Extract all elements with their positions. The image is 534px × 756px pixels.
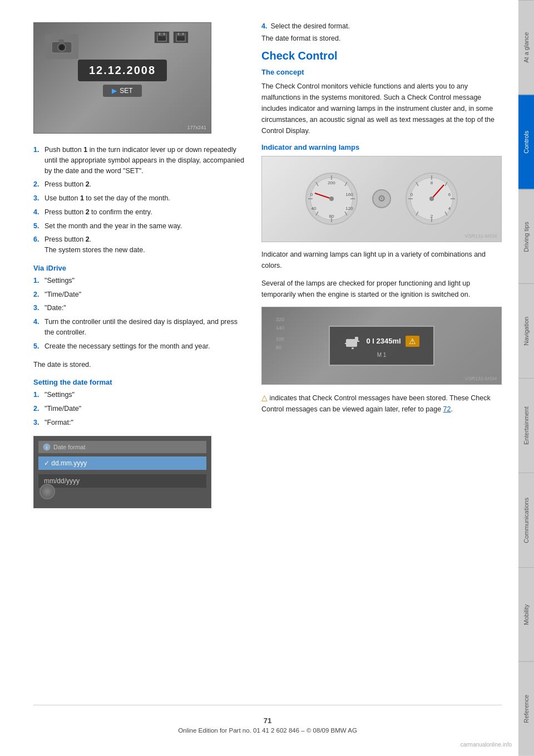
date-format-title: Date format — [53, 444, 85, 450]
idrive-step-3: 3. "Date:" — [33, 303, 245, 313]
warning-note-text: indicates that Check Control messages ha… — [261, 394, 491, 413]
svg-text:0: 0 — [411, 192, 413, 197]
svg-point-31 — [329, 197, 334, 201]
date-format-title-bar: i Date format — [38, 441, 206, 453]
right-column: 4. Select the desired format. The date f… — [261, 22, 502, 694]
date-format-screen: i Date format dd.mm.yyyy mm/dd/yyyy — [33, 436, 211, 508]
right-step-4-num: 4. — [261, 22, 267, 30]
svg-text:60: 60 — [276, 345, 281, 350]
sidebar-item-driving-tips[interactable]: Driving tips — [518, 189, 534, 284]
two-column-layout: 12.12.2008 ▶ SET 177x241 1. Push button … — [33, 22, 502, 694]
svg-rect-3 — [58, 40, 64, 43]
date-format-option-ddmmyyyy[interactable]: dd.mm.yyyy — [38, 456, 206, 470]
page-wrapper: 12.12.2008 ▶ SET 177x241 1. Push button … — [0, 0, 534, 756]
via-idrive-heading: Via iDrive — [33, 264, 245, 272]
camera-area — [45, 34, 78, 59]
svg-rect-56 — [355, 337, 358, 341]
fmt-step-1: 1. "Settings" — [33, 390, 245, 400]
svg-text:2: 2 — [431, 214, 433, 219]
idrive-step-5: 5. Create the necessary settings for the… — [33, 341, 245, 352]
main-steps-list: 1. Push button 1 in the turn indicator l… — [33, 145, 245, 256]
fmt-step-2: 2. "Time/Date" — [33, 404, 245, 414]
controller-knob[interactable] — [39, 484, 55, 499]
date-stored-note: The date is stored. — [33, 360, 245, 370]
warning-lamp-image: 320 140 100 60 — [261, 307, 502, 385]
svg-text:120: 120 — [345, 206, 353, 211]
date-format-heading: Setting the date format — [33, 378, 245, 386]
svg-point-2 — [60, 45, 64, 50]
svg-text:200: 200 — [328, 180, 335, 185]
svg-text:8: 8 — [431, 180, 433, 185]
step-6: 6. Press button 2.The system stores the … — [33, 234, 245, 256]
svg-text:4: 4 — [448, 206, 451, 211]
date-format-steps: 1. "Settings" 2. "Time/Date" 3. "Format:… — [33, 390, 245, 428]
svg-text:40: 40 — [312, 206, 317, 211]
step-2: 2. Press button 2. — [33, 179, 245, 190]
svg-text:0: 0 — [310, 192, 313, 197]
copyright-text: Online Edition for Part no. 01 41 2 602 … — [178, 727, 357, 734]
svg-text:⚙: ⚙ — [378, 194, 385, 203]
step-1: 1. Push button 1 in the turn indicator l… — [33, 145, 245, 176]
sidebar-item-communications[interactable]: Communications — [518, 473, 534, 567]
step-5: 5. Set the month and the year in the sam… — [33, 221, 245, 232]
via-idrive-steps: 1. "Settings" 2. "Time/Date" 3. "Date:" … — [33, 276, 245, 352]
svg-text:320: 320 — [276, 317, 284, 322]
page-number: 71 — [33, 716, 502, 725]
the-concept-heading: The concept — [261, 68, 502, 76]
warning-triangle-icon: △ — [261, 393, 268, 402]
sidebar-item-reference[interactable]: Reference — [518, 661, 534, 756]
left-column: 12.12.2008 ▶ SET 177x241 1. Push button … — [33, 22, 245, 694]
idrive-step-4: 4. Turn the controller until the desired… — [33, 317, 245, 338]
sidebar-item-navigation[interactable]: Navigation — [518, 283, 534, 378]
instrument-cluster-image: 200 160 120 80 40 0 — [261, 156, 502, 242]
sidebar-item-entertainment[interactable]: Entertainment — [518, 378, 534, 473]
svg-text:140: 140 — [276, 325, 284, 331]
svg-text:160: 160 — [345, 192, 353, 197]
sidebar-item-controls[interactable]: Controls — [518, 95, 534, 189]
warning-note: △ indicates that Check Control messages … — [261, 391, 502, 415]
fmt-step-3: 3. "Format:" — [33, 418, 245, 428]
format-stored-note: The date format is stored. — [261, 33, 502, 44]
main-content: 12.12.2008 ▶ SET 177x241 1. Push button … — [0, 0, 518, 756]
warning-reading: 0 l 2345ml — [366, 337, 400, 345]
the-concept-body: The Check Control monitors vehicle funct… — [261, 81, 502, 136]
set-button-display: ▶ SET — [103, 85, 141, 97]
page-ref-link[interactable]: 72 — [443, 405, 451, 413]
svg-rect-5 — [157, 34, 166, 36]
date-display: 12.12.2008 — [78, 60, 167, 81]
watermark: carmanualonline.info — [461, 742, 512, 748]
idrive-step-2: 2. "Time/Date" — [33, 289, 245, 300]
right-step-4: 4. Select the desired format. — [261, 22, 502, 30]
indicator-body-1: Indicator and warning lamps can light up… — [261, 249, 502, 271]
svg-text:i: i — [46, 445, 47, 450]
indicator-body-2: Several of the lamps are checked for pro… — [261, 278, 502, 300]
svg-text:100: 100 — [276, 336, 284, 342]
sidebar-item-mobility[interactable]: Mobility — [518, 567, 534, 662]
page-footer: 71 Online Edition for Part no. 01 41 2 6… — [33, 705, 502, 739]
date-format-option-mmddyyyy[interactable]: mm/dd/yyyy — [38, 474, 206, 488]
svg-text:80: 80 — [329, 214, 334, 219]
sidebar-tabs: At a glance Controls Driving tips Naviga… — [518, 0, 534, 756]
svg-text:6: 6 — [448, 192, 451, 197]
idrive-step-1: 1. "Settings" — [33, 276, 245, 286]
svg-rect-9 — [176, 34, 185, 36]
svg-point-58 — [352, 347, 354, 349]
date-selector-image: 12.12.2008 ▶ SET 177x241 — [33, 22, 211, 134]
step-3: 3. Use button 1 to set the day of the mo… — [33, 193, 245, 204]
right-step-4-text: Select the desired format. — [270, 22, 349, 30]
svg-point-50 — [429, 197, 434, 201]
indicator-heading: Indicator and warning lamps — [261, 143, 502, 151]
sidebar-item-at-a-glance[interactable]: At a glance — [518, 0, 534, 95]
step-4: 4. Press button 2 to confirm the entry. — [33, 207, 245, 218]
check-control-heading: Check Control — [261, 50, 502, 62]
